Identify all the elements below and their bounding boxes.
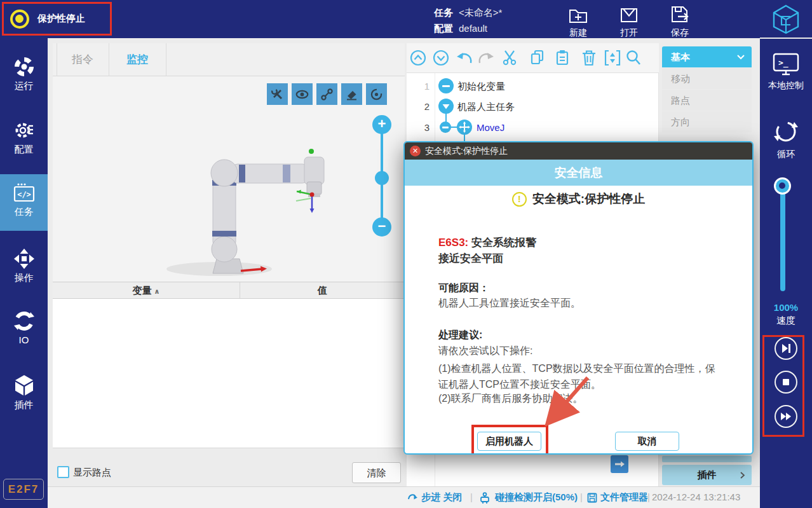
- exclamation-circle-icon: !: [512, 192, 527, 207]
- column-value[interactable]: 值: [240, 282, 405, 298]
- config-gear-icon: [13, 120, 35, 141]
- sort-caret-icon: ∧: [154, 287, 160, 295]
- copy-icon[interactable]: [532, 51, 543, 64]
- tree-connector: [464, 134, 465, 141]
- minus-circle-icon[interactable]: [438, 78, 454, 93]
- new-file-icon: [567, 3, 590, 26]
- program-tree-toolbar: [407, 43, 659, 73]
- speed-percent: 100%: [760, 302, 812, 313]
- viewport-zoom-knob[interactable]: [375, 171, 389, 185]
- command-item-direction[interactable]: 方向: [662, 111, 752, 132]
- config-label: 配置: [434, 23, 453, 35]
- arrow-right-icon: [611, 455, 628, 473]
- loop-button[interactable]: 循环: [760, 118, 812, 160]
- search-icon[interactable]: [628, 51, 640, 65]
- tab-instruction[interactable]: 指令: [57, 43, 109, 76]
- sidebar-item-task[interactable]: </> 任务: [0, 182, 48, 218]
- step-mode-status[interactable]: 步进 关闭: [421, 491, 462, 504]
- task-code-icon: </>: [13, 182, 36, 203]
- top-bar: 保护性停止 任务 <未命名>* 配置 default 新建 打开: [0, 0, 812, 38]
- local-control-button[interactable]: >_ 本地控制: [760, 52, 812, 92]
- collision-detect-status[interactable]: 碰撞检测开启(50%): [495, 491, 578, 504]
- robot-arm-render: [53, 76, 405, 282]
- io-icon: [13, 310, 35, 332]
- path-icon: [320, 88, 334, 101]
- cause-text: 机器人工具位置接近安全平面。: [438, 297, 581, 310]
- dialog-warning-text: 安全模式:保护性停止: [532, 191, 645, 207]
- minus-circle-small-icon[interactable]: [440, 121, 451, 133]
- tree-row-label-movej[interactable]: MoveJ: [477, 122, 504, 133]
- orbit-icon: [370, 88, 383, 101]
- advice-line: 请依次尝试以下操作:: [438, 345, 532, 358]
- error-subtitle: 接近安全平面: [438, 251, 503, 266]
- zoom-out-button[interactable]: −: [372, 217, 391, 237]
- insert-right-button[interactable]: [611, 455, 628, 473]
- open-task-button[interactable]: 打开: [611, 3, 647, 39]
- command-category-dropdown[interactable]: 基本: [662, 46, 752, 67]
- collapse-up-icon[interactable]: [411, 51, 425, 65]
- close-icon[interactable]: ✕: [410, 146, 421, 156]
- zoom-in-button[interactable]: +: [372, 115, 391, 134]
- tree-row-number: 3: [413, 122, 430, 133]
- sidebar-item-plugin[interactable]: 插件: [0, 374, 48, 411]
- config-value: default: [459, 23, 487, 34]
- timestamp: 2024-12-24 13:21:43: [652, 491, 740, 502]
- delete-icon[interactable]: [583, 51, 595, 65]
- stop-icon: [776, 372, 796, 392]
- error-code: E6S3:: [438, 237, 468, 249]
- tab-monitor[interactable]: 监控: [109, 43, 166, 76]
- right-sidebar: >_ 本地控制 循环 100% 速度: [760, 0, 812, 508]
- speed-slider-knob[interactable]: [774, 177, 791, 195]
- protective-stop-ring-icon[interactable]: [10, 10, 29, 29]
- robot-3d-viewport[interactable]: + −: [53, 76, 405, 282]
- dialog-titlebar[interactable]: ✕ 安全模式:保护性停止: [405, 142, 752, 160]
- tree-row-label[interactable]: 初始化变量: [457, 81, 505, 93]
- cancel-button[interactable]: 取消: [615, 432, 679, 451]
- command-item-waypoint[interactable]: 路点: [662, 90, 752, 111]
- file-manager-link[interactable]: 文件管理器: [600, 491, 648, 504]
- column-variable[interactable]: 变量 ∧: [53, 282, 240, 299]
- redo-icon[interactable]: [480, 53, 494, 63]
- save-task-button[interactable]: 保存: [662, 3, 698, 39]
- elite-cube-logo: [771, 4, 801, 34]
- run-icon: [13, 56, 35, 78]
- sidebar-item-jog[interactable]: 操作: [0, 248, 48, 284]
- new-task-button[interactable]: 新建: [560, 3, 596, 39]
- protective-stop-label: 保护性停止: [37, 13, 85, 25]
- triangle-down-circle-icon[interactable]: [438, 99, 454, 114]
- step-forward-icon: [776, 338, 796, 359]
- show-waypoints-label: 显示路点: [73, 467, 111, 479]
- tools-button[interactable]: [267, 83, 288, 105]
- expand-down-icon[interactable]: [434, 51, 448, 65]
- view-tabbar: 指令 监控: [53, 43, 405, 76]
- speed-slider-track[interactable]: [780, 186, 785, 291]
- clear-button[interactable]: 清除: [352, 462, 401, 483]
- fold-icon[interactable]: [606, 51, 619, 65]
- status-bar: 步进 关闭 | 碰撞检测开启(50%) | 文件管理器 | 2024-12-24…: [48, 486, 760, 508]
- sidebar-item-config[interactable]: 配置: [0, 120, 48, 156]
- sidebar-item-run[interactable]: 运行: [0, 56, 48, 92]
- cut-icon[interactable]: [504, 51, 515, 64]
- tree-row-label[interactable]: 机器人主任务: [457, 101, 515, 113]
- fast-forward-button[interactable]: [775, 405, 797, 428]
- chevron-down-icon: [736, 54, 745, 60]
- safety-dialog: ✕ 安全模式:保护性停止 安全信息 ! 安全模式:保护性停止 E6S3: 安全系…: [403, 141, 754, 455]
- visibility-button[interactable]: [292, 83, 313, 105]
- command-item-move[interactable]: 移动: [662, 68, 752, 89]
- path-button[interactable]: [316, 83, 337, 105]
- left-sidebar: 运行 配置 </> 任务: [0, 38, 48, 508]
- stop-button[interactable]: [775, 371, 797, 394]
- show-waypoints-checkbox[interactable]: [57, 466, 69, 478]
- plugin-cube-icon: [13, 374, 35, 397]
- orbit-button[interactable]: [366, 83, 387, 105]
- paste-icon[interactable]: [557, 50, 567, 64]
- plugin-panel-button[interactable]: 插件: [662, 465, 752, 485]
- move-circle-icon[interactable]: [457, 120, 472, 135]
- undo-icon[interactable]: [457, 53, 471, 63]
- sidebar-item-io[interactable]: IO: [0, 310, 48, 345]
- advice-label: 处理建议:: [438, 329, 482, 342]
- jog-arrows-icon: [13, 248, 35, 270]
- eraser-button[interactable]: [341, 83, 362, 105]
- step-forward-button[interactable]: [775, 337, 797, 360]
- panel-scroll-sliver: [662, 456, 752, 462]
